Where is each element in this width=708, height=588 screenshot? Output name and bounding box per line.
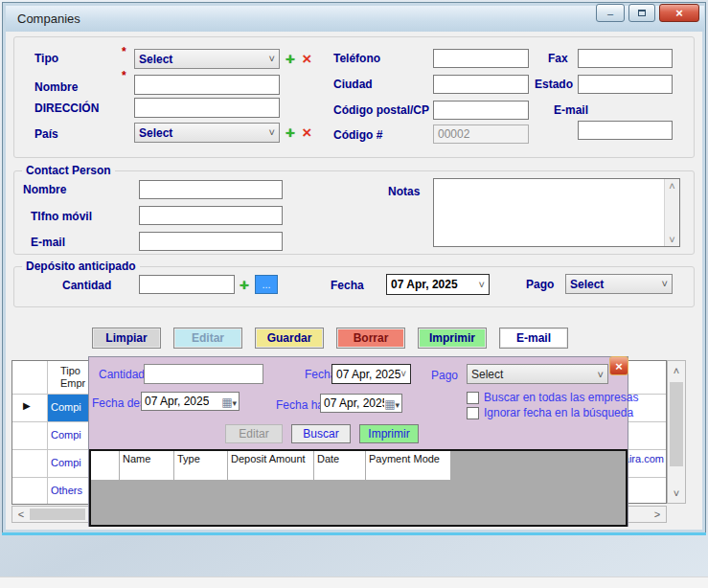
ciudad-field[interactable] [433,75,529,94]
grid-row-2[interactable]: Compi [51,457,81,468]
nombre-required-marker: * [122,69,126,82]
fecha-desde-picker[interactable]: 07 Apr, 2025 ▦▾ [141,392,240,411]
notas-textarea[interactable]: ˄ ˅ [433,178,680,247]
tipo-select[interactable]: Select ˅ [134,49,280,69]
popup-close-button[interactable]: × [609,356,628,375]
chevron-down-icon: ˅ [269,127,275,138]
codigo-label: Código # [333,128,382,142]
desktop: Companies – × Tipo * Select ˅ + × Teléfo… [0,0,708,588]
grid-row-3[interactable]: Others [51,485,82,496]
contact-nombre-field[interactable] [139,180,283,199]
contact-nombre-label: Nombre [23,183,66,196]
horizontal-scrollbar-thumb[interactable] [30,509,85,520]
grid-row-0[interactable]: Compi [51,401,81,413]
minimize-button[interactable]: – [596,4,625,22]
email-label: E-mail [554,103,588,117]
results-col-date[interactable]: Date [314,451,366,480]
contact-email-field[interactable] [139,232,283,251]
scroll-up-icon[interactable]: ˄ [668,363,685,378]
contact-movil-field[interactable] [139,206,283,225]
companies-grid-left[interactable]: Tipo Empr ▶ Compi Compi Compi Others [11,360,89,505]
pais-select[interactable]: Select ˅ [134,123,280,143]
calendar-icon: ▦ [384,397,395,411]
vertical-scrollbar-thumb[interactable] [670,382,683,466]
scroll-down-icon[interactable]: ˅ [668,486,685,501]
maximize-icon [638,10,646,16]
fax-field[interactable] [578,49,673,68]
grid-col-tipo-line2: Empr [60,377,85,390]
delete-tipo-icon[interactable]: × [302,51,311,67]
companies-grid-right[interactable]: aira.com [628,360,667,504]
limpiar-button[interactable]: Limpiar [92,328,161,349]
scroll-up-icon[interactable]: ˄ [665,180,679,192]
maximize-button[interactable] [628,4,655,22]
estado-label: Estado [535,78,573,91]
popup-fecha-select[interactable]: 07 Apr, 2025 ˅ [331,364,411,384]
chevron-down-icon: ˅ [269,54,275,64]
popup-imprimir-button[interactable]: Imprimir [359,424,419,443]
pago-select[interactable]: Select ˅ [565,274,673,294]
ignore-date-checkbox[interactable] [467,407,479,419]
add-tipo-icon[interactable]: + [285,51,295,67]
results-selector-column [91,451,120,480]
delete-pais-icon[interactable]: × [302,124,311,141]
editar-button[interactable]: Editar [173,328,242,349]
scroll-right-icon[interactable]: > [651,507,664,522]
pago-label: Pago [526,278,554,291]
nombre-label: Nombre [34,80,78,94]
scroll-left-icon[interactable]: < [14,507,28,522]
search-all-companies-checkbox[interactable] [467,392,479,404]
codigo-postal-label: Código postal/CP [333,103,429,117]
popup-pago-select[interactable]: Select ˅ [467,364,608,384]
chevron-down-icon: ▾ [232,398,237,408]
chevron-down-icon: ˅ [662,279,668,289]
grid-col-tipo-line1: Tipo [60,365,80,377]
grid-email-cell[interactable]: aira.com [628,453,664,464]
close-button[interactable]: × [659,4,699,22]
popup-fecha-hasta-label: Fecha ha [276,398,324,412]
popup-results-table[interactable]: Name Type Deposit Amount Date Payment Mo… [89,449,628,527]
chevron-down-icon: ˅ [479,279,485,290]
direccion-label: DIRECCIÓN [34,102,99,115]
deposito-group-title: Depósito anticipado [22,260,140,273]
popup-editar-button[interactable]: Editar [225,424,283,443]
contact-group-title: Contact Person [22,164,115,177]
grid-row-1[interactable]: Compi [51,429,81,441]
results-col-type[interactable]: Type [174,451,228,480]
direccion-field[interactable] [134,98,280,118]
results-col-payment[interactable]: Payment Mode [366,451,450,480]
codigo-postal-field[interactable] [433,101,529,120]
email-field[interactable] [578,121,673,140]
browse-button[interactable]: ... [255,275,278,294]
add-pais-icon[interactable]: + [285,124,295,141]
add-cantidad-icon[interactable]: + [240,277,249,293]
ciudad-label: Ciudad [333,78,373,91]
cantidad-field[interactable] [139,275,235,294]
results-col-deposit[interactable]: Deposit Amount [228,451,314,480]
estado-field[interactable] [578,75,673,94]
fecha-label: Fecha [331,279,364,292]
guardar-button[interactable]: Guardar [255,328,324,349]
ignore-date-label: Ignorar fecha en la búsqueda [484,406,633,419]
results-col-name[interactable]: Name [120,451,174,480]
popup-cantidad-field[interactable] [144,364,263,384]
window-title: Companies [17,11,80,26]
grid-vertical-scrollbar[interactable]: ˄ ˅ [667,360,686,504]
email-button[interactable]: E-mail [499,328,568,349]
fecha-select[interactable]: 07 Apr, 2025 ˅ [386,274,490,295]
scroll-down-icon[interactable]: ˅ [665,234,679,245]
notas-scrollbar[interactable]: ˄ ˅ [664,179,679,246]
fecha-hasta-picker[interactable]: 07 Apr, 2025 ▦▾ [320,394,402,413]
row-selector-icon: ▶ [23,400,31,411]
telefono-field[interactable] [433,49,529,68]
chevron-down-icon: ˅ [598,369,604,380]
contact-email-label: E-mail [31,236,65,249]
minimize-icon: – [607,8,613,19]
nombre-field[interactable] [134,75,280,95]
borrar-button[interactable]: Borrar [336,328,405,349]
calendar-icon: ▦ [221,396,232,409]
imprimir-button[interactable]: Imprimir [418,328,487,349]
window-bottom-edge [2,532,706,535]
fax-label: Fax [548,52,568,65]
popup-buscar-button[interactable]: Buscar [291,424,351,443]
